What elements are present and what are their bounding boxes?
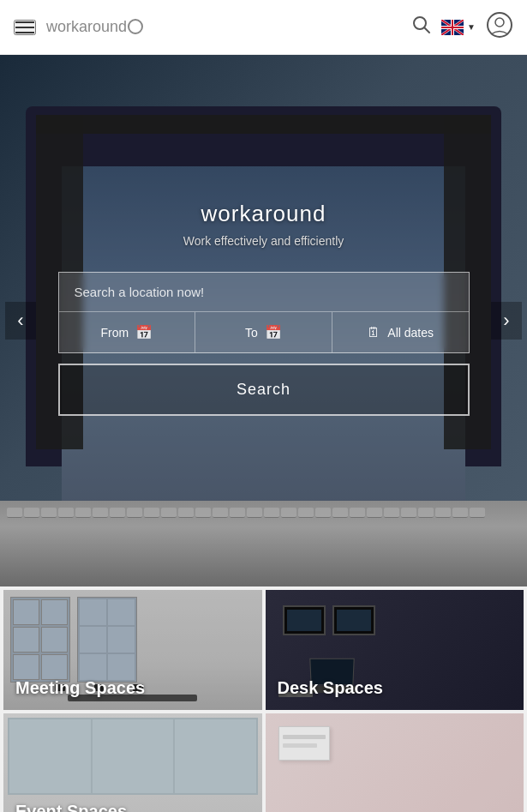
event-spaces-label: Event Spaces [15,802,127,812]
event-illustration [3,713,262,812]
categories-grid: Meeting Spaces Desk Spaces [0,586,527,812]
hero-title: workaround [201,201,326,227]
from-label: From [101,326,129,340]
location-input[interactable] [75,285,453,299]
category-card-meeting[interactable]: Meeting Spaces [3,590,262,710]
from-calendar-icon: 📅 [135,324,153,340]
search-box: From 📅 To 📅 🗓 All dates [58,272,470,353]
date-row: From 📅 To 📅 🗓 All dates [59,312,469,352]
carousel-next-button[interactable]: › [491,302,522,340]
arrow-right-icon: › [503,310,509,332]
search-button[interactable]: Search [58,364,470,416]
svg-point-12 [495,18,504,27]
all-dates-option[interactable]: 🗓 All dates [332,312,469,352]
flag-icon [441,20,464,35]
monitor-screen [287,610,321,631]
logo-word2: around [79,18,127,35]
svg-line-1 [424,27,429,33]
all-dates-icon: 🗓 [367,325,380,340]
to-label: To [245,326,258,340]
user-account-button[interactable] [486,11,513,44]
monitor-screen-2 [337,610,371,631]
logo-text: workaround [46,18,127,36]
arrow-left-icon: ‹ [17,310,23,332]
logo-circle-icon [128,19,143,34]
all-dates-label: All dates [387,326,434,340]
header: workaround ▼ [0,0,527,55]
other-overlay [266,713,524,812]
to-calendar-icon: 📅 [265,324,282,340]
logo-word1: work [46,18,79,35]
desk-spaces-label: Desk Spaces [278,678,383,698]
lang-chevron-icon: ▼ [467,22,476,32]
user-icon [486,11,513,39]
search-icon-button[interactable] [412,15,431,39]
meeting-spaces-label: Meeting Spaces [15,678,145,698]
hero-subtitle: Work effectively and efficiently [183,234,344,248]
hamburger-menu[interactable] [14,20,36,35]
svg-point-11 [488,13,512,37]
monitor-1 [283,605,326,635]
location-row [59,273,469,312]
hero-section: workaround Work effectively and efficien… [0,55,527,586]
category-card-other[interactable] [266,713,524,812]
other-illustration [266,713,524,812]
search-icon [412,15,431,34]
carousel-prev-button[interactable]: ‹ [5,302,36,340]
event-overlay [3,713,262,812]
to-date-picker[interactable]: To 📅 [195,312,332,352]
search-button-container: Search [58,364,470,416]
from-date-picker[interactable]: From 📅 [59,312,196,352]
svg-rect-10 [452,20,453,35]
logo[interactable]: workaround [46,18,143,36]
category-card-event[interactable]: Event Spaces [3,713,262,812]
language-selector[interactable]: ▼ [441,20,476,35]
monitor-2 [332,605,375,635]
hero-content: workaround Work effectively and efficien… [0,55,527,586]
category-card-desk[interactable]: Desk Spaces [266,590,524,710]
header-left: workaround [14,18,143,36]
header-right: ▼ [412,11,513,44]
